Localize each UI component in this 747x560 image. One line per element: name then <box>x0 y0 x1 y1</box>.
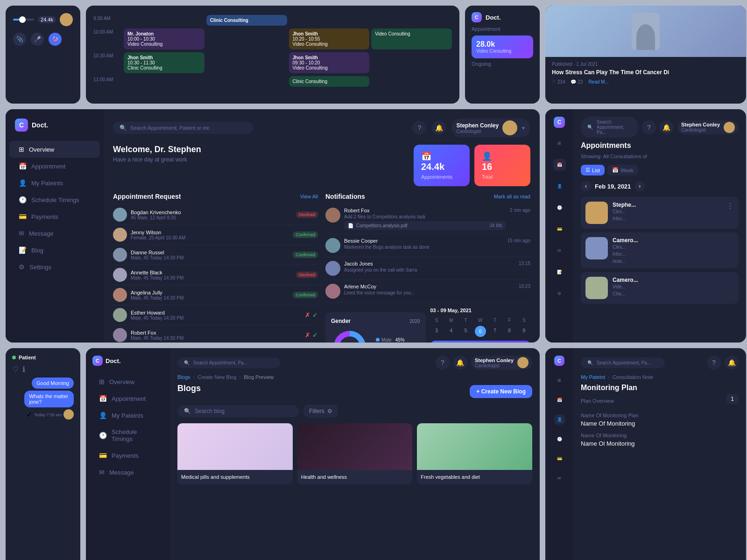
mon-search[interactable]: 🔍 Search Appointment, Pa... <box>581 357 665 368</box>
week-label: Week <box>620 168 634 173</box>
mon-nav-overview[interactable]: ⊞ <box>555 375 564 385</box>
list-view-btn[interactable]: ☰ List <box>581 165 605 175</box>
blogs-nav-overview[interactable]: ⊞ Overview <box>90 373 166 390</box>
right-nav-schedule[interactable]: 🕐 <box>553 202 566 214</box>
day-5[interactable]: 5 <box>459 326 472 337</box>
blogs-search-input[interactable]: 🔍 Search blog <box>177 405 299 417</box>
sidebar-item-appointment[interactable]: 📅 Appointment <box>9 158 100 175</box>
search-bar[interactable]: 🔍 Search Appointment, Patient or etc <box>113 122 253 134</box>
notification-button[interactable]: 🔔 <box>432 121 446 135</box>
info-icon[interactable]: ℹ <box>22 365 25 374</box>
blogs-nav-message[interactable]: ✉ Message <box>90 464 166 481</box>
day-6[interactable]: 6 <box>475 326 486 337</box>
bc-create[interactable]: Create New Blog <box>197 374 236 380</box>
user-pill: Stephen Conley Cardiologist ▼ <box>451 119 530 137</box>
sidebar-item-schedule[interactable]: 🕐 Schedule Timings <box>9 191 100 208</box>
sidebar-item-patients[interactable]: 👤 My Pateints <box>9 175 100 191</box>
mon-nav-appt[interactable]: 📅 <box>554 395 565 405</box>
accept-icon-7[interactable]: ✓ <box>312 331 318 339</box>
patient-avatar-3 <box>113 248 127 262</box>
help-button[interactable]: ? <box>412 121 426 135</box>
appt-video[interactable]: Video Consulting <box>371 28 452 49</box>
paperclip-icon[interactable]: 📎 <box>13 33 26 46</box>
appt-clinic-2[interactable]: Clinic Consulting <box>289 76 370 87</box>
b-pay-label: Payments <box>112 452 139 459</box>
mon-nav-msg[interactable]: ✉ <box>555 473 564 483</box>
view-all-link[interactable]: View All <box>300 194 318 199</box>
user-info: Stephen Conley Cardiologist <box>456 122 499 134</box>
send-icon[interactable]: 🔮 <box>49 33 62 46</box>
appt-jhon-1030[interactable]: Jhon Smith 10:30 - 11:30 Clinic Consulti… <box>124 52 204 73</box>
appt-jhon-smith[interactable]: Jhon Smith 10:20 - 10:55 Video Consultin… <box>289 28 370 49</box>
bc-consult[interactable]: Consultation Note <box>613 374 653 380</box>
b-sched-icon: 🕐 <box>99 432 107 439</box>
blogs-logo: C Doct. <box>86 356 170 373</box>
blog-card-3[interactable]: Fresh vegetables and diet <box>417 423 532 484</box>
decline-icon-7[interactable]: ✗ <box>305 331 310 339</box>
day-4[interactable]: 4 <box>445 326 458 337</box>
day-3[interactable]: 3 <box>430 326 443 337</box>
appt-jhon-smith-2[interactable]: Jhon Smith 09:30 - 10:20 Video Consultin… <box>289 52 370 73</box>
appt-jonaton[interactable]: Mr. Jonaton 10:00 - 10:30 Video Consulti… <box>124 28 204 49</box>
appt-bell-btn[interactable]: 🔔 <box>660 120 674 134</box>
next-date-btn[interactable]: › <box>634 181 645 191</box>
sidebar-item-blog[interactable]: 📝 Blog <box>9 242 100 259</box>
appt-help-btn[interactable]: ? <box>642 120 656 134</box>
blogs-help-btn[interactable]: ? <box>436 356 450 370</box>
right-nav-appointment[interactable]: 📅 <box>553 159 566 171</box>
decline-icon-6[interactable]: ✗ <box>305 311 310 319</box>
blog-card-2[interactable]: Health and wellness <box>297 423 413 484</box>
right-nav-patients[interactable]: 👤 <box>553 180 566 192</box>
blogs-search-top[interactable]: 🔍 Search Appointment, Pa... <box>177 357 280 368</box>
slider-thumb[interactable] <box>19 16 26 23</box>
bc-mypatient[interactable]: My Pateint <box>581 374 605 380</box>
mon-nav-patients[interactable]: 👤 <box>554 414 565 425</box>
sidebar-item-payments[interactable]: 💳 Payments <box>9 208 100 225</box>
patient-detail-2: Female, 25 April 10:30 AM <box>131 235 289 240</box>
mon-bell-btn[interactable]: 🔔 <box>725 356 739 370</box>
mark-all-link[interactable]: Mark all as read <box>494 194 530 199</box>
right-nav-settings[interactable]: ⚙ <box>554 287 565 300</box>
week-view-btn[interactable]: 📅 Week <box>607 165 638 175</box>
time-label: 9:30 AM <box>93 15 124 26</box>
appt-search[interactable]: 🔍 Search Appointment, Pa... <box>581 117 638 138</box>
blogs-nav-appointment[interactable]: 📅 Appointment <box>90 390 166 407</box>
slider-track[interactable] <box>13 19 34 21</box>
blogs-nav-payments[interactable]: 💳 Payments <box>90 447 166 464</box>
blog-card-1[interactable]: Medical pills and supplements <box>177 423 293 484</box>
read-more-link[interactable]: Read M... <box>588 79 608 84</box>
right-nav-payments[interactable]: 💳 <box>553 223 566 235</box>
sidebar-item-message[interactable]: ✉ Message <box>9 225 100 242</box>
mic-icon[interactable]: 🎤 <box>31 33 44 46</box>
b-pat-label: My Pateints <box>112 412 143 419</box>
create-blog-btn[interactable]: + Create New Blog <box>470 385 532 398</box>
sidebar-item-overview[interactable]: ⊞ Overview <box>9 141 100 158</box>
notif-content-1: Robert Fox Add 2 files to Competitors an… <box>344 208 506 230</box>
blogs-nav-schedule[interactable]: 🕐 Schedule Timings <box>90 424 166 447</box>
bc-blogs[interactable]: Blogs <box>177 374 190 380</box>
heart-icon[interactable]: ♡ <box>12 365 19 374</box>
appt-clinic[interactable]: Clinic Consulting <box>206 15 287 26</box>
accept-icon-6[interactable]: ✓ <box>312 311 318 319</box>
prev-date-btn[interactable]: ‹ <box>581 181 591 191</box>
bc-preview[interactable]: Blog Preview <box>244 374 274 380</box>
right-nav-message[interactable]: ✉ <box>554 245 565 257</box>
mon-nav-sched[interactable]: 🕐 <box>554 434 565 444</box>
right-nav-blog[interactable]: 📝 <box>553 266 566 278</box>
dots-menu-1[interactable]: ⋮ <box>726 202 734 224</box>
blogs-bell-btn[interactable]: 🔔 <box>453 356 467 370</box>
patients-label: My Pateints <box>31 180 63 187</box>
filter-button[interactable]: Filters ⚙ <box>303 405 338 418</box>
logo-text-sm: Doct. <box>486 14 501 21</box>
right-nav-overview[interactable]: ⊞ <box>554 137 565 149</box>
day-9[interactable]: 9 <box>518 326 530 337</box>
patient-detail-3: Male, 45 Today 14:30 PM <box>131 255 289 260</box>
day-7[interactable]: 7 <box>488 326 501 337</box>
patient-detail-7: Male, 45 Today 14:30 PM <box>131 336 301 341</box>
blogs-nav-patients[interactable]: 👤 My Pateints <box>90 407 166 424</box>
sidebar-item-settings[interactable]: ⚙ Settings <box>9 259 100 275</box>
blog-img-2 <box>297 423 413 470</box>
mon-nav-pay[interactable]: 💳 <box>554 454 565 464</box>
mon-help-btn[interactable]: ? <box>707 356 721 370</box>
day-8[interactable]: 8 <box>503 326 516 337</box>
